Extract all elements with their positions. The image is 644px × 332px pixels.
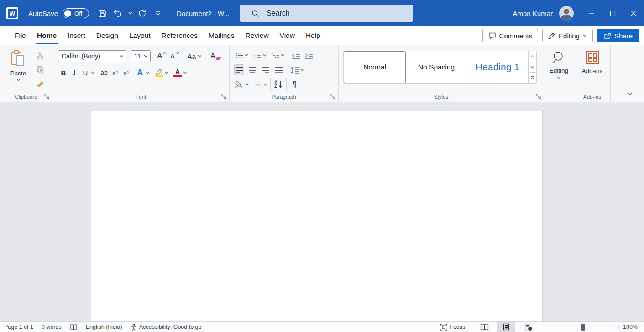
underline-button[interactable]: U — [80, 67, 91, 79]
tab-view[interactable]: View — [274, 28, 300, 43]
multilevel-list-dropdown[interactable] — [281, 54, 285, 57]
shading-button[interactable] — [234, 79, 245, 90]
bullets-button[interactable] — [234, 50, 244, 61]
zoom-slider[interactable] — [556, 322, 611, 332]
text-effects-button[interactable]: A — [135, 67, 146, 79]
zoom-slider-handle[interactable] — [581, 324, 585, 331]
language-status[interactable]: English (India) — [82, 322, 126, 332]
shading-dropdown[interactable] — [245, 83, 249, 86]
decrease-indent-button[interactable] — [291, 50, 301, 61]
font-color-button[interactable]: A — [172, 67, 183, 79]
shrink-font-button[interactable]: A — [169, 50, 180, 62]
show-hide-marks-button[interactable]: ¶ — [289, 79, 299, 90]
share-button[interactable]: Share — [597, 29, 639, 42]
styles-dialog-launcher[interactable] — [534, 93, 542, 100]
align-left-button[interactable] — [234, 64, 244, 75]
numbering-dropdown[interactable] — [262, 54, 267, 57]
align-center-button[interactable] — [247, 64, 257, 75]
focus-mode-button[interactable]: Focus — [436, 322, 469, 332]
search-input[interactable]: Search — [240, 5, 413, 22]
borders-dropdown[interactable] — [263, 83, 267, 86]
editing-group[interactable]: Editing — [544, 45, 574, 102]
justify-button[interactable] — [274, 64, 284, 75]
zoom-out-button[interactable]: − — [544, 323, 552, 331]
styles-scroll-down[interactable] — [529, 62, 536, 73]
style-no-spacing[interactable]: No Spacing — [406, 51, 467, 83]
paragraph-dialog-launcher[interactable] — [329, 93, 336, 100]
user-name[interactable]: Aman Kumar — [513, 10, 553, 17]
save-button[interactable] — [95, 5, 109, 21]
accessibility-status[interactable]: Accessibility: Good to go — [126, 322, 206, 332]
tab-insert[interactable]: Insert — [62, 28, 91, 43]
font-dialog-launcher[interactable] — [220, 93, 227, 100]
line-spacing-button[interactable] — [290, 64, 300, 75]
borders-button[interactable] — [253, 79, 263, 90]
clipboard-dialog-launcher[interactable] — [43, 93, 50, 100]
undo-icon — [113, 9, 123, 18]
minimize-button[interactable] — [581, 0, 602, 26]
proofing-status[interactable] — [66, 322, 82, 332]
addins-button[interactable]: Add-ins — [582, 50, 603, 74]
text-effects-dropdown[interactable] — [146, 71, 150, 74]
numbering-button[interactable] — [252, 50, 262, 61]
strikethrough-button[interactable]: ab — [99, 67, 110, 79]
styles-scroll-up[interactable] — [529, 51, 536, 62]
increase-indent-button[interactable] — [304, 50, 314, 61]
document-title[interactable]: Document2 - W... — [177, 10, 230, 17]
document-page[interactable] — [91, 111, 543, 321]
style-normal[interactable]: Normal — [344, 51, 406, 83]
line-spacing-dropdown[interactable] — [300, 69, 304, 71]
chevron-line-down-icon — [530, 76, 534, 80]
word-app-icon[interactable]: W — [6, 7, 18, 19]
page-count[interactable]: Page 1 of 1 — [0, 322, 37, 332]
close-button[interactable] — [623, 0, 644, 26]
tab-references[interactable]: References — [156, 28, 203, 43]
user-avatar[interactable] — [559, 6, 574, 21]
bullets-dropdown[interactable] — [244, 54, 248, 57]
style-heading-1[interactable]: Heading 1 — [467, 51, 528, 83]
highlight-dropdown[interactable] — [164, 71, 168, 74]
grow-font-button[interactable]: A — [156, 50, 168, 62]
editing-mode-button[interactable]: Editing — [542, 29, 593, 42]
tab-review[interactable]: Review — [240, 28, 274, 43]
autosave-toggle[interactable]: Off — [63, 8, 89, 18]
change-case-button[interactable]: Aa — [186, 50, 203, 62]
collapse-ribbon-button[interactable] — [624, 89, 636, 98]
multilevel-list-button[interactable] — [271, 50, 281, 61]
superscript-button[interactable]: x2 — [120, 67, 131, 79]
print-layout-button[interactable] — [497, 322, 515, 332]
tab-file[interactable]: File — [9, 28, 31, 43]
align-right-button[interactable] — [261, 64, 271, 75]
subscript-button[interactable]: x2 — [110, 67, 120, 79]
zoom-in-button[interactable]: + — [614, 323, 622, 331]
tab-layout[interactable]: Layout — [124, 28, 156, 43]
underline-dropdown[interactable] — [91, 71, 95, 74]
format-painter-button[interactable] — [35, 79, 46, 89]
web-layout-button[interactable] — [519, 322, 537, 332]
tab-help[interactable]: Help — [300, 28, 326, 43]
font-name-select[interactable]: Calibri (Body) — [58, 50, 126, 62]
tab-home[interactable]: Home — [31, 28, 62, 43]
undo-button[interactable] — [111, 5, 125, 21]
redo-button[interactable] — [136, 5, 149, 21]
sort-button[interactable]: A Z — [273, 79, 283, 90]
bold-button[interactable]: B — [58, 67, 69, 79]
chevron-down-icon — [198, 55, 202, 58]
cut-button[interactable] — [35, 50, 46, 60]
font-size-select[interactable]: 11 — [131, 50, 151, 62]
word-count[interactable]: 0 words — [37, 322, 66, 332]
clear-formatting-button[interactable]: A — [209, 50, 222, 62]
read-mode-button[interactable] — [476, 322, 493, 332]
comments-button[interactable]: Comments — [482, 29, 539, 42]
zoom-level[interactable]: 100% — [622, 324, 644, 330]
italic-button[interactable]: I — [69, 67, 80, 79]
tab-mailings[interactable]: Mailings — [203, 28, 240, 43]
undo-dropdown[interactable] — [126, 5, 134, 21]
font-color-dropdown[interactable] — [183, 71, 187, 74]
tab-design[interactable]: Design — [91, 28, 124, 43]
maximize-button[interactable] — [602, 0, 623, 26]
copy-button[interactable] — [35, 64, 46, 74]
highlight-button[interactable] — [153, 67, 164, 79]
styles-gallery-more[interactable] — [529, 73, 536, 83]
customize-quick-access-button[interactable] — [151, 5, 165, 21]
